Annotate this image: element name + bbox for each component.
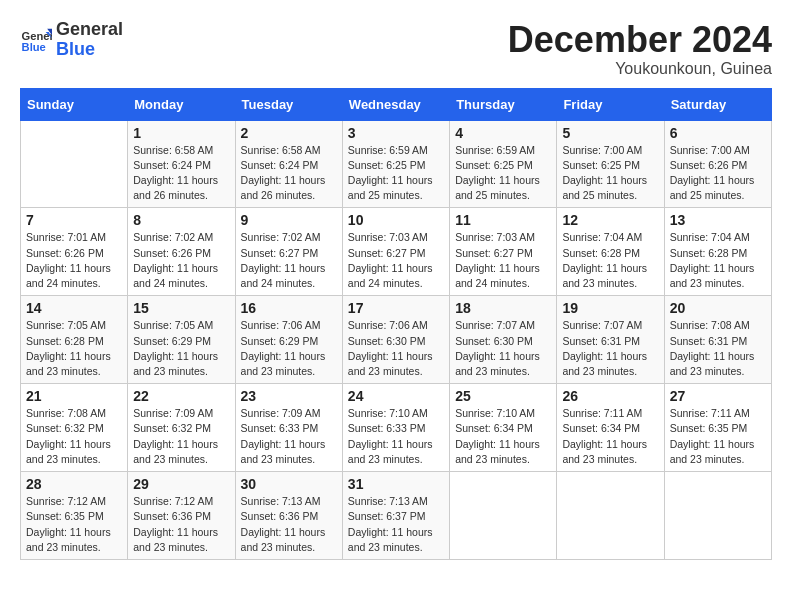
calendar-cell: 25Sunrise: 7:10 AMSunset: 6:34 PMDayligh…: [450, 384, 557, 472]
header-monday: Monday: [128, 88, 235, 120]
calendar-cell: 7Sunrise: 7:01 AMSunset: 6:26 PMDaylight…: [21, 208, 128, 296]
calendar-cell: 18Sunrise: 7:07 AMSunset: 6:30 PMDayligh…: [450, 296, 557, 384]
day-number: 22: [133, 388, 229, 404]
header-thursday: Thursday: [450, 88, 557, 120]
day-info: Sunrise: 7:00 AMSunset: 6:26 PMDaylight:…: [670, 143, 766, 204]
day-info: Sunrise: 7:06 AMSunset: 6:30 PMDaylight:…: [348, 318, 444, 379]
calendar-cell: 6Sunrise: 7:00 AMSunset: 6:26 PMDaylight…: [664, 120, 771, 208]
day-number: 26: [562, 388, 658, 404]
calendar-cell: 17Sunrise: 7:06 AMSunset: 6:30 PMDayligh…: [342, 296, 449, 384]
calendar-cell: 2Sunrise: 6:58 AMSunset: 6:24 PMDaylight…: [235, 120, 342, 208]
calendar-cell: 31Sunrise: 7:13 AMSunset: 6:37 PMDayligh…: [342, 472, 449, 560]
day-number: 29: [133, 476, 229, 492]
calendar-header-row: SundayMondayTuesdayWednesdayThursdayFrid…: [21, 88, 772, 120]
day-info: Sunrise: 7:10 AMSunset: 6:33 PMDaylight:…: [348, 406, 444, 467]
day-number: 19: [562, 300, 658, 316]
day-info: Sunrise: 7:05 AMSunset: 6:29 PMDaylight:…: [133, 318, 229, 379]
day-info: Sunrise: 7:06 AMSunset: 6:29 PMDaylight:…: [241, 318, 337, 379]
day-number: 5: [562, 125, 658, 141]
day-number: 21: [26, 388, 122, 404]
calendar-cell: 14Sunrise: 7:05 AMSunset: 6:28 PMDayligh…: [21, 296, 128, 384]
day-info: Sunrise: 7:03 AMSunset: 6:27 PMDaylight:…: [348, 230, 444, 291]
calendar-cell: 19Sunrise: 7:07 AMSunset: 6:31 PMDayligh…: [557, 296, 664, 384]
day-info: Sunrise: 7:08 AMSunset: 6:32 PMDaylight:…: [26, 406, 122, 467]
day-number: 10: [348, 212, 444, 228]
day-info: Sunrise: 7:01 AMSunset: 6:26 PMDaylight:…: [26, 230, 122, 291]
day-info: Sunrise: 7:13 AMSunset: 6:37 PMDaylight:…: [348, 494, 444, 555]
day-number: 20: [670, 300, 766, 316]
day-number: 24: [348, 388, 444, 404]
calendar-cell: 30Sunrise: 7:13 AMSunset: 6:36 PMDayligh…: [235, 472, 342, 560]
day-number: 28: [26, 476, 122, 492]
day-info: Sunrise: 7:04 AMSunset: 6:28 PMDaylight:…: [562, 230, 658, 291]
calendar-cell: 27Sunrise: 7:11 AMSunset: 6:35 PMDayligh…: [664, 384, 771, 472]
header-saturday: Saturday: [664, 88, 771, 120]
day-info: Sunrise: 7:07 AMSunset: 6:30 PMDaylight:…: [455, 318, 551, 379]
month-title: December 2024: [508, 20, 772, 60]
calendar-cell: [557, 472, 664, 560]
day-info: Sunrise: 6:59 AMSunset: 6:25 PMDaylight:…: [455, 143, 551, 204]
day-info: Sunrise: 7:08 AMSunset: 6:31 PMDaylight:…: [670, 318, 766, 379]
calendar-cell: 16Sunrise: 7:06 AMSunset: 6:29 PMDayligh…: [235, 296, 342, 384]
day-number: 11: [455, 212, 551, 228]
logo-general-text: General: [56, 19, 123, 39]
header-sunday: Sunday: [21, 88, 128, 120]
calendar-cell: 5Sunrise: 7:00 AMSunset: 6:25 PMDaylight…: [557, 120, 664, 208]
calendar-week-row: 14Sunrise: 7:05 AMSunset: 6:28 PMDayligh…: [21, 296, 772, 384]
calendar-cell: 10Sunrise: 7:03 AMSunset: 6:27 PMDayligh…: [342, 208, 449, 296]
day-info: Sunrise: 7:09 AMSunset: 6:33 PMDaylight:…: [241, 406, 337, 467]
page-header: General Blue General Blue December 2024 …: [20, 20, 772, 78]
calendar-cell: 20Sunrise: 7:08 AMSunset: 6:31 PMDayligh…: [664, 296, 771, 384]
day-number: 12: [562, 212, 658, 228]
day-info: Sunrise: 6:58 AMSunset: 6:24 PMDaylight:…: [241, 143, 337, 204]
calendar-cell: 11Sunrise: 7:03 AMSunset: 6:27 PMDayligh…: [450, 208, 557, 296]
day-number: 9: [241, 212, 337, 228]
calendar-cell: 1Sunrise: 6:58 AMSunset: 6:24 PMDaylight…: [128, 120, 235, 208]
calendar-cell: 29Sunrise: 7:12 AMSunset: 6:36 PMDayligh…: [128, 472, 235, 560]
day-info: Sunrise: 7:09 AMSunset: 6:32 PMDaylight:…: [133, 406, 229, 467]
day-info: Sunrise: 7:03 AMSunset: 6:27 PMDaylight:…: [455, 230, 551, 291]
calendar-cell: 23Sunrise: 7:09 AMSunset: 6:33 PMDayligh…: [235, 384, 342, 472]
logo-icon: General Blue: [20, 24, 52, 56]
calendar-week-row: 28Sunrise: 7:12 AMSunset: 6:35 PMDayligh…: [21, 472, 772, 560]
day-number: 4: [455, 125, 551, 141]
day-info: Sunrise: 7:12 AMSunset: 6:36 PMDaylight:…: [133, 494, 229, 555]
calendar-cell: [450, 472, 557, 560]
day-number: 18: [455, 300, 551, 316]
logo: General Blue General Blue: [20, 20, 123, 60]
day-number: 13: [670, 212, 766, 228]
calendar-cell: 24Sunrise: 7:10 AMSunset: 6:33 PMDayligh…: [342, 384, 449, 472]
calendar-table: SundayMondayTuesdayWednesdayThursdayFrid…: [20, 88, 772, 560]
day-number: 15: [133, 300, 229, 316]
calendar-week-row: 7Sunrise: 7:01 AMSunset: 6:26 PMDaylight…: [21, 208, 772, 296]
svg-text:General: General: [22, 30, 52, 42]
day-number: 17: [348, 300, 444, 316]
day-info: Sunrise: 6:58 AMSunset: 6:24 PMDaylight:…: [133, 143, 229, 204]
day-number: 2: [241, 125, 337, 141]
calendar-cell: 8Sunrise: 7:02 AMSunset: 6:26 PMDaylight…: [128, 208, 235, 296]
day-number: 6: [670, 125, 766, 141]
calendar-cell: [21, 120, 128, 208]
day-info: Sunrise: 6:59 AMSunset: 6:25 PMDaylight:…: [348, 143, 444, 204]
header-friday: Friday: [557, 88, 664, 120]
day-number: 31: [348, 476, 444, 492]
day-info: Sunrise: 7:11 AMSunset: 6:34 PMDaylight:…: [562, 406, 658, 467]
day-number: 3: [348, 125, 444, 141]
day-info: Sunrise: 7:00 AMSunset: 6:25 PMDaylight:…: [562, 143, 658, 204]
day-info: Sunrise: 7:02 AMSunset: 6:26 PMDaylight:…: [133, 230, 229, 291]
day-number: 8: [133, 212, 229, 228]
header-wednesday: Wednesday: [342, 88, 449, 120]
calendar-week-row: 1Sunrise: 6:58 AMSunset: 6:24 PMDaylight…: [21, 120, 772, 208]
calendar-cell: 12Sunrise: 7:04 AMSunset: 6:28 PMDayligh…: [557, 208, 664, 296]
calendar-cell: 26Sunrise: 7:11 AMSunset: 6:34 PMDayligh…: [557, 384, 664, 472]
logo-blue-text: Blue: [56, 39, 95, 59]
day-number: 1: [133, 125, 229, 141]
calendar-cell: 15Sunrise: 7:05 AMSunset: 6:29 PMDayligh…: [128, 296, 235, 384]
title-block: December 2024 Youkounkoun, Guinea: [508, 20, 772, 78]
day-info: Sunrise: 7:11 AMSunset: 6:35 PMDaylight:…: [670, 406, 766, 467]
day-number: 25: [455, 388, 551, 404]
calendar-cell: 4Sunrise: 6:59 AMSunset: 6:25 PMDaylight…: [450, 120, 557, 208]
day-number: 14: [26, 300, 122, 316]
day-info: Sunrise: 7:07 AMSunset: 6:31 PMDaylight:…: [562, 318, 658, 379]
calendar-cell: 9Sunrise: 7:02 AMSunset: 6:27 PMDaylight…: [235, 208, 342, 296]
